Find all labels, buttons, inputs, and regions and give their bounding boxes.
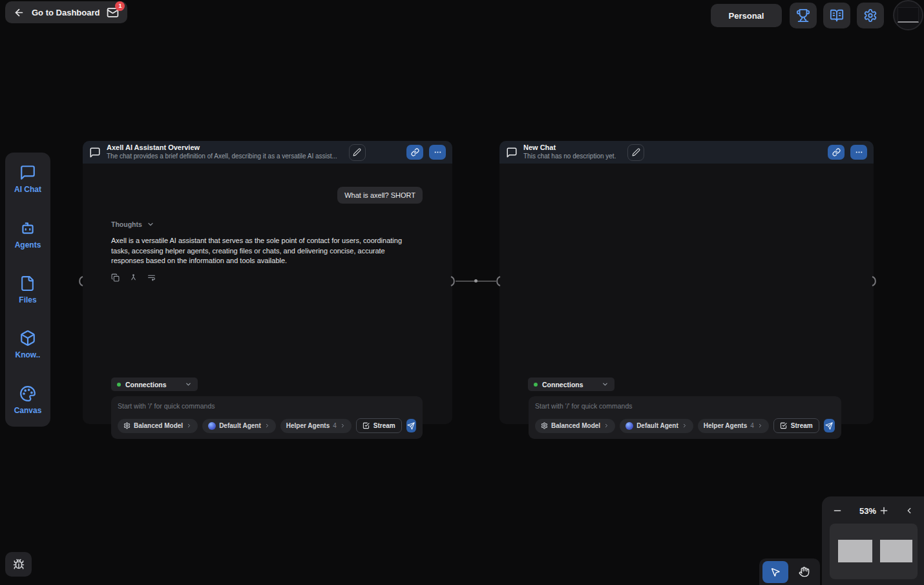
user-avatar[interactable] [893, 0, 923, 30]
composer-placeholder[interactable]: Start with '/' for quick commands [118, 402, 416, 410]
settings-button[interactable] [857, 3, 884, 28]
minimap-card-left [838, 540, 872, 562]
chevron-right-icon [340, 423, 346, 429]
go-to-dashboard-label: Go to Dashboard [32, 8, 100, 17]
minimap-panel: 53% [822, 496, 924, 585]
thoughts-label: Thoughts [111, 220, 142, 228]
ellipsis-icon [855, 148, 863, 156]
card-port-left[interactable] [77, 276, 83, 286]
composer-controls: Balanced Model Default Agent Helper A [118, 418, 416, 433]
avatar-image [898, 7, 919, 23]
arrow-left-icon [14, 7, 25, 18]
helper-pill-label: Helper Agents [286, 422, 330, 429]
model-selector-pill[interactable]: Balanced Model [118, 419, 198, 433]
send-button[interactable] [824, 419, 835, 432]
chat-card-axell-overview[interactable]: Axell AI Assistant Overview The chat pro… [83, 141, 452, 424]
composer-controls: Balanced Model Default Agent Helper A [535, 418, 835, 433]
message-actions [111, 273, 156, 282]
chat-card-header[interactable]: New Chat This chat has no description ye… [499, 141, 874, 164]
stream-toggle-button[interactable]: Stream [773, 418, 819, 433]
message-composer[interactable]: Start with '/' for quick commands Balanc… [111, 396, 423, 439]
zoom-out-button[interactable] [832, 505, 843, 516]
thoughts-toggle[interactable]: Thoughts [111, 220, 154, 228]
go-to-dashboard-button[interactable]: Go to Dashboard 1 [5, 1, 127, 23]
chat-title: New Chat [523, 144, 616, 153]
message-composer[interactable]: Start with '/' for quick commands Balanc… [529, 396, 841, 439]
zoom-level: 53% [859, 506, 876, 516]
chat-messages-area[interactable]: What is axell? SHORT Thoughts Axell is a… [83, 164, 452, 424]
more-options-button[interactable] [850, 145, 867, 160]
connection-midpoint[interactable] [474, 279, 478, 282]
helper-count: 4 [333, 422, 337, 429]
sidebar-label: Know.. [16, 350, 41, 359]
minimap[interactable] [830, 524, 918, 579]
green-status-dot [534, 383, 538, 387]
link-chat-button[interactable] [406, 145, 423, 160]
green-status-dot [117, 383, 121, 387]
stream-toggle-button[interactable]: Stream [356, 418, 402, 433]
sidebar-item-canvas[interactable]: Canvas [14, 385, 42, 415]
select-tool-button[interactable] [762, 561, 788, 583]
chat-description: The chat provides a brief definition of … [107, 153, 337, 161]
edit-chat-button[interactable] [627, 144, 644, 161]
bug-report-button[interactable] [5, 552, 32, 577]
agent-pill-label: Default Agent [636, 422, 678, 429]
mail-button[interactable]: 1 [107, 6, 119, 19]
sidebar: AI Chat Agents Files Know.. Canvas [5, 153, 50, 427]
chat-card-titles: Axell AI Assistant Overview The chat pro… [107, 144, 337, 160]
sidebar-item-knowledge[interactable]: Know.. [16, 330, 41, 359]
link-chat-button[interactable] [828, 145, 845, 160]
fork-icon[interactable] [129, 273, 138, 282]
sidebar-item-files[interactable]: Files [19, 275, 36, 304]
sidebar-label: Files [19, 295, 36, 304]
send-button[interactable] [406, 419, 416, 432]
helper-agents-pill[interactable]: Helper Agents 4 [280, 419, 352, 433]
achievements-button[interactable] [790, 3, 817, 28]
chevron-right-icon [264, 423, 270, 429]
sidebar-item-agents[interactable]: Agents [15, 220, 41, 250]
model-selector-pill[interactable]: Balanced Model [535, 419, 615, 433]
send-icon [407, 422, 415, 430]
pan-tool-button[interactable] [791, 561, 817, 583]
chat-bubble-icon [506, 147, 518, 158]
chevron-down-icon [185, 381, 192, 388]
docs-button[interactable] [823, 3, 850, 28]
chat-card-new-chat[interactable]: New Chat This chat has no description ye… [499, 141, 874, 424]
connections-dropdown[interactable]: Connections [528, 378, 614, 391]
gear-icon [863, 8, 877, 23]
agent-selector-pill[interactable]: Default Agent [202, 419, 276, 433]
model-pill-label: Balanced Model [551, 422, 600, 429]
collapse-minimap-button[interactable] [905, 506, 914, 515]
bug-icon [13, 558, 25, 570]
link-icon [411, 148, 419, 156]
sidebar-item-ai-chat[interactable]: AI Chat [14, 164, 41, 194]
connections-label: Connections [542, 381, 597, 388]
wrap-text-icon[interactable] [147, 273, 156, 282]
helper-agents-pill[interactable]: Helper Agents 4 [698, 419, 769, 433]
composer-placeholder[interactable]: Start with '/' for quick commands [535, 402, 835, 410]
canvas-workspace[interactable]: Go to Dashboard 1 Personal AI Chat [0, 0, 924, 585]
zoom-in-button[interactable] [879, 505, 889, 516]
model-gear-icon [541, 422, 548, 429]
chevron-right-icon [604, 423, 609, 429]
more-options-button[interactable] [429, 145, 446, 160]
edit-chat-button[interactable] [349, 144, 366, 161]
connections-dropdown[interactable]: Connections [111, 378, 198, 391]
chat-messages-area[interactable]: Connections Start with '/' for quick com… [499, 164, 874, 424]
agent-avatar-icon [625, 422, 633, 430]
card-port-right[interactable] [872, 276, 878, 286]
model-gear-icon [123, 422, 131, 429]
file-icon [19, 275, 36, 292]
chat-card-header[interactable]: Axell AI Assistant Overview The chat pro… [83, 141, 452, 164]
copy-icon[interactable] [111, 273, 120, 282]
agent-selector-pill[interactable]: Default Agent [620, 419, 693, 433]
zoom-controls: 53% [822, 496, 924, 525]
chevron-right-icon [757, 423, 763, 429]
personal-workspace-button[interactable]: Personal [711, 4, 782, 27]
ellipsis-icon [434, 148, 442, 156]
agent-avatar-icon [208, 422, 216, 430]
pencil-icon [632, 148, 640, 156]
cursor-icon [770, 567, 781, 577]
sidebar-label: Canvas [14, 406, 42, 415]
chat-card-titles: New Chat This chat has no description ye… [523, 144, 616, 160]
